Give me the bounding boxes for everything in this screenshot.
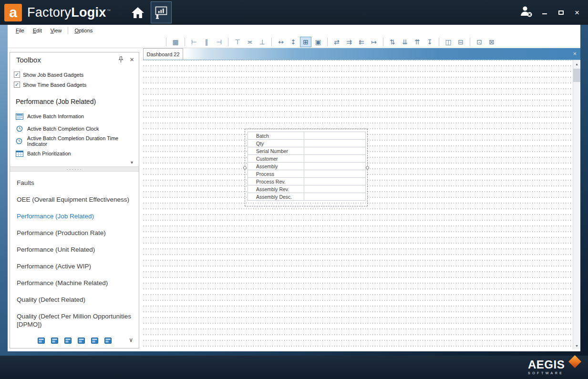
chevron-down-icon[interactable]: ∨ [129,337,133,343]
titlebar-right-controls: × [519,5,581,20]
gadget-row-label: Assembly Desc. [248,193,304,201]
increase-horizontal-spacing-icon[interactable]: ⇉ [343,37,355,47]
canvas-vertical-scrollbar[interactable]: ▲ ▼ [573,60,580,349]
category-quality-defect-per-million-opportunities-dpmo[interactable]: Quality (Defect Per Million Opportunitie… [10,308,139,333]
align-middles-icon[interactable]: ≍ [244,37,256,47]
gadget-icon[interactable] [51,338,58,344]
menu-edit[interactable]: Edit [29,26,46,35]
batch-information-gadget[interactable]: BatchQtySerial NumberCustomerAssemblyPro… [248,132,366,201]
bring-to-front-icon[interactable]: ⊡ [474,37,485,47]
footer: AEGIS SOFTWARE [0,356,588,379]
gadget-icon[interactable] [38,338,45,344]
gadget-row: Assembly Rev. [248,185,366,193]
size-to-grid-icon[interactable]: ▣ [312,37,324,47]
make-horizontal-spacing-equal-icon[interactable]: ⇄ [331,37,342,47]
menu-view[interactable]: View [46,26,66,35]
menu-options[interactable]: Options [70,26,97,35]
menu-file[interactable]: File [11,26,29,35]
make-vertical-spacing-equal-icon[interactable]: ⇅ [387,37,398,47]
aegis-subtitle: SOFTWARE [528,371,574,375]
toolbox-close-icon[interactable]: × [130,56,134,63]
splitter-dots: ······ [66,168,83,171]
resize-handle-left[interactable] [243,166,247,169]
scrollbar-down-icon[interactable]: ▼ [573,342,581,349]
gadget-label: Active Batch Information [27,113,84,119]
logo-letter: a [9,4,17,20]
checkbox-show-time-based-gadgets[interactable]: ✓Show Time Based Gadgets [14,80,139,90]
remove-vertical-spacing-icon[interactable]: ↧ [424,37,435,47]
align-lefts-icon[interactable]: ⊢ [188,37,200,47]
category-performance-job-related[interactable]: Performance (Job Related) [10,208,139,225]
aegis-brand-text: AEGIS [528,359,574,370]
category-performance-unit-related[interactable]: Performance (Unit Related) [10,241,139,258]
toolbox-gadget-active-batch-completion-duration-time-indicator[interactable]: Active Batch Completion Duration Time In… [10,135,139,147]
toolbar-separator [470,38,470,46]
design-canvas[interactable]: BatchQtySerial NumberCustomerAssemblyPro… [143,60,580,349]
make-same-width-icon[interactable]: ↔ [275,37,287,47]
gadget-row-value [304,155,365,163]
align-bottoms-icon[interactable]: ⊥ [257,37,268,47]
toolbox-section-title: Performance (Job Related) [10,91,139,110]
make-same-size-icon[interactable]: ⊞ [300,37,311,47]
snap-to-grid-icon[interactable]: ▦ [170,37,181,47]
gadget-row-label: Assembly [248,163,304,170]
center-horizontally-icon[interactable]: ◫ [443,37,454,47]
category-list: FaultsOEE (Overall Equipment Effectivene… [10,172,139,333]
maximize-button[interactable] [557,8,565,17]
align-rights-icon[interactable]: ⊣ [213,37,225,47]
toolbar-separator [383,38,383,46]
layout-toolbar: ▦⊢∥⊣⊤≍⊥↔↕⊞▣⇄⇉⇇↦⇅⇊⇈↧◫⊟⊡⊠ [8,37,580,48]
titlebar: a FactoryLogix™ × [0,0,588,25]
home-icon[interactable] [129,3,147,22]
gadget-icon[interactable] [64,338,72,344]
toolbox-splitter[interactable]: ······ [10,166,139,172]
gadget-list-scroll-down-icon[interactable]: ▾ [131,160,133,166]
toolbox-gadget-active-batch-information[interactable]: Active Batch Information [10,110,139,123]
scrollbar-thumb[interactable] [573,69,581,82]
align-tops-icon[interactable]: ⊤ [232,37,243,47]
gadget-row-label: Customer [248,155,304,163]
pin-icon[interactable] [118,56,124,63]
gadget-label: Active Batch Completion Clock [27,126,99,132]
minimize-icon [542,13,547,14]
toolbox-panel: Toolbox × ✓Show Job Based Gadgets✓Show T… [10,52,139,348]
center-vertically-icon[interactable]: ⊟ [455,37,466,47]
checkbox-box: ✓ [14,82,20,88]
checkbox-show-job-based-gadgets[interactable]: ✓Show Job Based Gadgets [14,70,139,80]
close-button[interactable]: × [573,8,581,17]
toolbox-gadget-batch-prioritization[interactable]: Batch Prioritization [10,147,139,160]
gadget-row-label: Serial Number [248,147,304,155]
toolbar-separator [439,38,439,46]
gadget-icon[interactable] [91,338,98,344]
remove-horizontal-spacing-icon[interactable]: ↦ [368,37,380,47]
minimize-button[interactable] [540,8,549,17]
scrollbar-up-icon[interactable]: ▲ [573,60,581,68]
checkbox-label: Show Job Based Gadgets [23,72,83,78]
toolbar-separator [185,38,185,46]
category-faults[interactable]: Faults [10,174,139,191]
tab-close-icon[interactable]: × [573,50,577,57]
increase-vertical-spacing-icon[interactable]: ⇊ [399,37,411,47]
tab-dashboard-22[interactable]: Dashboard 22 [143,48,183,60]
user-logout-icon[interactable] [519,5,533,20]
app-title: FactoryLogix™ [27,5,111,20]
gadget-icon[interactable] [78,338,85,344]
category-performance-active-wip[interactable]: Performance (Active WIP) [10,258,139,275]
category-oee-overall-equipment-effectiveness[interactable]: OEE (Overall Equipment Effectiveness) [10,191,139,208]
category-performance-machine-related[interactable]: Performance (Machine Related) [10,275,139,291]
decrease-vertical-spacing-icon[interactable]: ⇈ [412,37,423,47]
align-centers-icon[interactable]: ∥ [201,37,212,47]
clock-icon [16,138,23,144]
gadget-icon[interactable] [104,338,112,344]
gadget-row-value [304,178,365,185]
resize-handle-right[interactable] [366,166,369,169]
decrease-horizontal-spacing-icon[interactable]: ⇇ [356,37,367,47]
dashboard-designer-icon[interactable] [151,1,172,23]
grid-icon [16,151,23,157]
make-same-height-icon[interactable]: ↕ [288,37,299,47]
window-frame: a FactoryLogix™ × FileEditViewOptions ▦⊢… [0,0,588,379]
category-quality-defect-related[interactable]: Quality (Defect Related) [10,291,139,308]
category-performance-production-rate[interactable]: Performance (Production Rate) [10,225,139,241]
send-to-back-icon[interactable]: ⊠ [486,37,497,47]
toolbox-gadget-active-batch-completion-clock[interactable]: Active Batch Completion Clock [10,123,139,135]
